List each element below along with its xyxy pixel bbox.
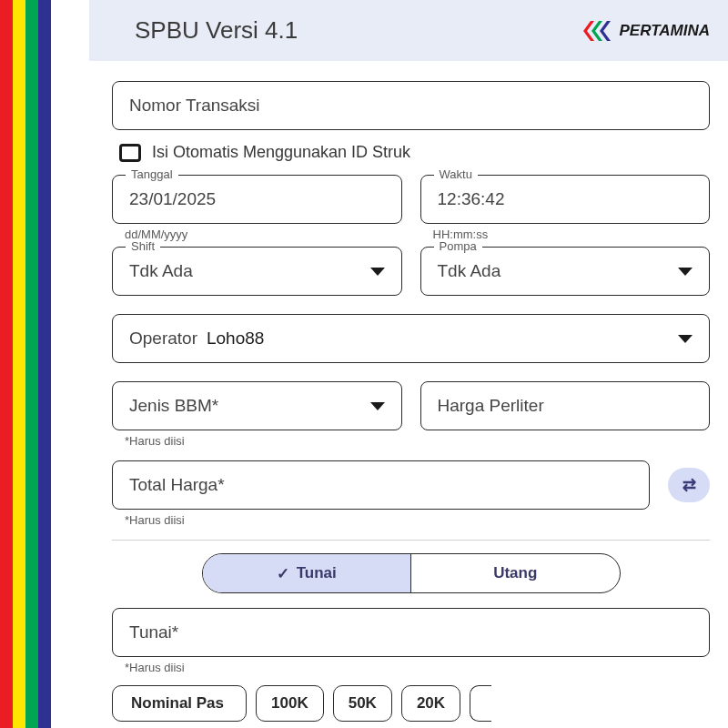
- app-title: SPBU Versi 4.1: [135, 16, 298, 45]
- chip-20k[interactable]: 20K: [401, 685, 460, 722]
- operator-select[interactable]: Operator Loho88: [112, 314, 710, 363]
- auto-fill-label: Isi Otomatis Menggunakan ID Struk: [152, 143, 410, 162]
- brand: PERTAMINA: [581, 19, 711, 43]
- payment-toggle: ✓ Tunai Utang: [202, 553, 621, 593]
- jenis-bbm-select[interactable]: Jenis BBM*: [112, 381, 402, 430]
- chip-nominal-pas[interactable]: Nominal Pas: [112, 685, 247, 722]
- toggle-tunai[interactable]: ✓ Tunai: [203, 554, 411, 592]
- chevron-down-icon: [370, 268, 385, 276]
- stripe-yellow: [13, 0, 25, 728]
- swap-button[interactable]: ⇄: [668, 468, 710, 502]
- nomor-transaksi-input[interactable]: Nomor Transaksi: [112, 81, 710, 130]
- swap-icon: ⇄: [682, 475, 696, 495]
- chevron-down-icon: [370, 402, 385, 410]
- nominal-chip-row: Nominal Pas 100K 50K 20K: [112, 685, 710, 722]
- tanggal-input[interactable]: Tanggal 23/01/2025: [112, 175, 402, 224]
- harga-perliter-input[interactable]: Harga Perliter: [420, 381, 711, 430]
- stripe-blue: [38, 0, 51, 728]
- waktu-input[interactable]: Waktu 12:36:42: [420, 175, 711, 224]
- shift-select[interactable]: Shift Tdk Ada: [112, 247, 402, 296]
- tunai-hint: *Harus diisi: [112, 661, 710, 674]
- total-hint: *Harus diisi: [112, 513, 710, 527]
- auto-fill-checkbox[interactable]: [119, 144, 141, 162]
- section-transaction: Nomor Transaksi Isi Otomatis Menggunakan…: [112, 81, 710, 541]
- main-panel: SPBU Versi 4.1 PERTAMINA Nomor Transaksi…: [89, 0, 728, 728]
- toggle-utang[interactable]: Utang: [410, 554, 620, 592]
- brand-text: PERTAMINA: [620, 22, 711, 40]
- total-harga-input[interactable]: Total Harga*: [112, 460, 650, 510]
- chevron-down-icon: [678, 335, 693, 343]
- chevron-down-icon: [678, 268, 693, 276]
- tunai-input[interactable]: Tunai*: [112, 608, 710, 657]
- chip-more[interactable]: [470, 685, 491, 722]
- header-bar: SPBU Versi 4.1 PERTAMINA: [89, 0, 728, 61]
- chip-100k[interactable]: 100K: [256, 685, 324, 722]
- pertamina-logo-icon: [581, 19, 614, 43]
- check-icon: ✓: [277, 564, 289, 583]
- auto-fill-row: Isi Otomatis Menggunakan ID Struk: [112, 143, 710, 162]
- stripe-red: [0, 0, 13, 728]
- stripe-green: [25, 0, 38, 728]
- chip-50k[interactable]: 50K: [333, 685, 392, 722]
- jenis-bbm-hint: *Harus diisi: [112, 434, 402, 448]
- pompa-select[interactable]: Pompa Tdk Ada: [420, 247, 711, 296]
- section-payment: ✓ Tunai Utang Tunai* *Harus diisi Nomina…: [112, 553, 710, 728]
